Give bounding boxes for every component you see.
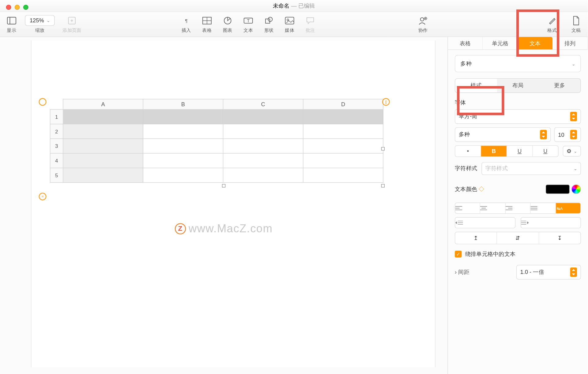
font-size-field[interactable]: 10	[554, 127, 581, 142]
chart-button[interactable]: 图表	[222, 15, 233, 33]
pilcrow-icon: ¶	[181, 15, 192, 26]
paragraph-style-picker[interactable]: 多种 ⌄	[455, 55, 581, 72]
tab-arrange[interactable]: 排列	[553, 37, 588, 50]
fullscreen-window-icon[interactable]	[23, 5, 28, 10]
close-window-icon[interactable]	[6, 5, 11, 10]
align-right-button[interactable]	[506, 203, 531, 213]
stepper-icon[interactable]	[570, 130, 577, 139]
table-handle-topleft-icon[interactable]	[39, 98, 46, 106]
tab-table[interactable]: 表格	[448, 37, 483, 50]
shape-button[interactable]: 形状	[263, 15, 275, 33]
cell[interactable]	[223, 139, 303, 153]
valign-bottom-button[interactable]: ↧	[539, 232, 580, 244]
svg-text:↹A: ↹A	[557, 207, 563, 211]
cell[interactable]	[223, 110, 303, 124]
cell[interactable]	[63, 139, 143, 153]
tab-text[interactable]: 文本	[518, 37, 553, 50]
outdent-button[interactable]	[455, 217, 515, 229]
cell[interactable]	[143, 153, 223, 168]
color-wheel-icon[interactable]	[571, 185, 581, 194]
subtab-more[interactable]: 更多	[539, 79, 580, 92]
window-traffic-lights[interactable]	[6, 5, 28, 10]
selection-handle-icon[interactable]	[381, 147, 385, 151]
format-button[interactable]: 格式	[546, 15, 558, 33]
selection-handle-icon[interactable]	[381, 184, 385, 187]
font-family-picker[interactable]: 苹方-简	[455, 109, 581, 124]
selection-handle-icon[interactable]	[222, 184, 225, 187]
cell[interactable]	[63, 110, 143, 124]
stepper-icon[interactable]	[540, 130, 547, 139]
view-button[interactable]: 显示	[6, 15, 17, 33]
dot-style-button[interactable]: •	[455, 146, 481, 156]
font-section-label: 字体	[455, 99, 581, 107]
wrap-text-checkbox[interactable]: ✓ 绕排单元格中的文本	[455, 250, 581, 258]
subtab-layout[interactable]: 布局	[497, 79, 539, 92]
svg-text:T: T	[247, 18, 250, 23]
col-header[interactable]: A	[63, 99, 143, 110]
underline-button[interactable]: U	[507, 146, 533, 156]
document-button[interactable]: 文稿	[571, 15, 582, 33]
cell[interactable]	[303, 139, 383, 153]
spacing-label[interactable]: › 间距	[455, 268, 469, 276]
row-header[interactable]: 1	[50, 110, 63, 124]
align-auto-button[interactable]: ↹A	[556, 203, 581, 213]
cell[interactable]	[143, 124, 223, 139]
char-style-picker[interactable]: 字符样式 ⌄	[481, 162, 581, 175]
toolbar: 显示 125% ⌄ 缩放 添加页面 ¶ 插入 表格	[0, 12, 588, 37]
media-button[interactable]: 媒体	[284, 15, 295, 33]
valign-middle-button[interactable]: ⇵	[497, 232, 539, 244]
subtab-style[interactable]: 样式	[455, 79, 497, 92]
stepper-icon[interactable]	[570, 112, 577, 121]
comment-button[interactable]: 批注	[305, 15, 316, 33]
align-left-button[interactable]	[455, 203, 480, 213]
pie-chart-icon	[222, 15, 233, 26]
spreadsheet-table[interactable]: || = A B C D 1 2 3 4	[50, 99, 383, 183]
add-page-button[interactable]: 添加页面	[62, 15, 81, 33]
cell[interactable]	[143, 168, 223, 183]
align-justify-button[interactable]	[531, 203, 556, 213]
cell[interactable]	[223, 124, 303, 139]
cell[interactable]	[223, 168, 303, 183]
tab-cell[interactable]: 单元格	[483, 37, 518, 50]
add-row-handle-icon[interactable]: =	[39, 193, 46, 200]
zoom-value: 125%	[30, 17, 44, 24]
cell[interactable]	[143, 110, 223, 124]
strike-button[interactable]: U	[533, 146, 558, 156]
cell[interactable]	[63, 168, 143, 183]
row-header[interactable]: 5	[50, 168, 63, 183]
font-advanced-button[interactable]: ⚙⌄	[563, 146, 581, 156]
stepper-icon[interactable]	[570, 267, 577, 277]
col-header[interactable]: C	[223, 99, 303, 110]
cell[interactable]	[303, 110, 383, 124]
checkmark-icon: ✓	[455, 251, 462, 257]
font-weight-picker[interactable]: 多种	[455, 127, 551, 142]
canvas-area[interactable]: || = A B C D 1 2 3 4	[0, 37, 447, 374]
cell[interactable]	[143, 139, 223, 153]
cell[interactable]	[303, 168, 383, 183]
bold-button[interactable]: B	[481, 146, 507, 156]
align-center-button[interactable]	[481, 203, 506, 213]
valign-top-button[interactable]: ↥	[455, 232, 497, 244]
collaborate-button[interactable]: 协作	[417, 15, 429, 33]
cell[interactable]	[63, 124, 143, 139]
watermark-logo-icon: Z	[175, 223, 186, 234]
cell[interactable]	[303, 124, 383, 139]
col-header[interactable]: B	[143, 99, 223, 110]
text-button[interactable]: T 文本	[243, 15, 254, 33]
minimize-window-icon[interactable]	[15, 5, 20, 10]
row-header[interactable]: 3	[50, 139, 63, 153]
zoom-control[interactable]: 125% ⌄ 缩放	[25, 15, 55, 33]
color-well[interactable]	[546, 185, 570, 194]
line-spacing-picker[interactable]: 1.0 - 一倍	[516, 265, 581, 279]
text-subtabs: 样式 布局 更多	[455, 78, 581, 93]
row-header[interactable]: 2	[50, 124, 63, 139]
col-header[interactable]: D	[303, 99, 383, 110]
indent-button[interactable]	[520, 217, 581, 229]
cell[interactable]	[63, 153, 143, 168]
row-header[interactable]: 4	[50, 153, 63, 168]
cell[interactable]	[303, 153, 383, 168]
cell[interactable]	[223, 153, 303, 168]
table-button[interactable]: 表格	[202, 15, 213, 33]
add-column-handle-icon[interactable]: ||	[382, 98, 390, 106]
insert-button[interactable]: ¶ 插入	[181, 15, 192, 33]
